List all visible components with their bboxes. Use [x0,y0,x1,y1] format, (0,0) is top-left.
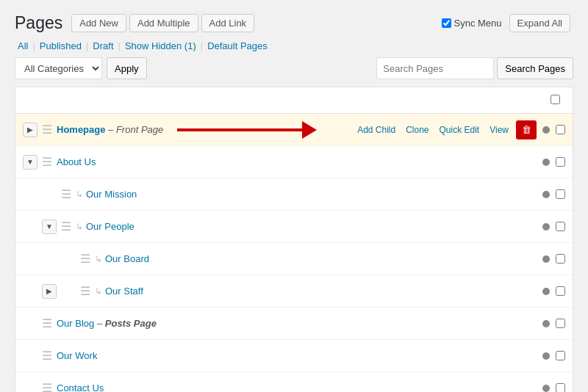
sync-menu-label[interactable]: Sync Menu [442,18,502,29]
table-row: ☰ Our Work [15,340,573,372]
row-checkbox[interactable] [556,125,565,134]
quick-edit-button[interactable]: Quick Edit [437,123,483,137]
filter-row: All Categories Apply Search Pages [15,57,573,79]
status-dot [542,385,550,392]
page-link[interactable]: Our Work [57,350,97,361]
search-button[interactable]: Search Pages [497,57,573,79]
table-header [15,87,573,114]
page-link[interactable]: Homepage [57,124,105,135]
status-dot [542,352,550,360]
expand-button[interactable]: ▶ [23,123,37,137]
apply-button[interactable]: Apply [107,57,147,79]
drag-handle[interactable]: ☰ [61,219,71,233]
expand-button[interactable]: ▼ [42,219,57,234]
table-row: ☰ ↳ Our Mission [15,178,573,211]
filter-published[interactable]: Published [40,40,82,51]
select-all-checkbox[interactable] [551,95,560,104]
view-button[interactable]: View [487,123,512,137]
row-checkbox[interactable] [556,383,565,392]
child-arrow-icon: ↳ [95,254,102,264]
add-new-button[interactable]: Add New [71,14,126,32]
page-note: – Posts Page [94,318,157,329]
sync-menu-text: Sync Menu [454,18,502,29]
table-row: ☰ Contact Us [15,372,573,392]
row-checkbox[interactable] [556,189,565,199]
drag-handle[interactable]: ☰ [80,252,90,266]
delete-button[interactable]: 🗑 [516,120,537,139]
status-dot [542,159,550,166]
filter-draft[interactable]: Draft [93,40,113,51]
status-dot [542,320,550,327]
clone-button[interactable]: Clone [403,123,431,137]
filter-default-pages[interactable]: Default Pages [207,40,268,51]
page-note: – Front Page [105,124,163,135]
child-arrow-icon: ↳ [76,189,83,200]
expand-button[interactable]: ▼ [23,155,37,170]
page-link[interactable]: Our Blog [57,318,94,329]
drag-handle[interactable]: ☰ [42,316,52,330]
page-link[interactable]: Contact Us [57,382,104,392]
expand-all-button[interactable]: Expand All [509,14,570,32]
page-title: Pages [15,13,62,33]
category-select[interactable]: All Categories [15,57,102,79]
row-checkbox[interactable] [556,157,565,167]
row-checkbox[interactable] [556,351,565,360]
table-row: ▶ ☰ ↳ Our Staff [15,275,573,308]
drag-handle[interactable]: ☰ [80,284,90,298]
drag-handle[interactable]: ☰ [42,349,52,363]
add-child-button[interactable]: Add Child [354,123,398,137]
row-checkbox[interactable] [556,254,565,264]
trash-icon: 🗑 [522,124,531,135]
status-dot [542,288,550,295]
row-checkbox[interactable] [556,319,565,328]
row-checkbox[interactable] [556,222,565,231]
page-header: Pages Add New Add Multiple Add Link Sync… [15,7,573,33]
drag-handle[interactable]: ☰ [42,155,52,169]
arrow-annotation [177,121,317,139]
page-link[interactable]: About Us [57,156,96,167]
row-checkbox[interactable] [556,286,565,296]
table-row: ▼ ☰ About Us [15,146,573,178]
status-dot [542,223,550,231]
expand-button[interactable]: ▶ [42,284,57,299]
pages-table: ▶ ☰ Homepage – Front Page Add Child Clon… [15,87,573,392]
top-right-controls: Sync Menu Expand All [442,14,573,32]
search-area: Search Pages [376,57,573,79]
add-multiple-button[interactable]: Add Multiple [129,14,198,32]
drag-handle[interactable]: ☰ [42,123,52,137]
status-dot [542,126,550,134]
page-link[interactable]: Our Staff [105,286,143,297]
sync-menu-checkbox[interactable] [442,18,451,28]
child-arrow-icon: ↳ [76,222,83,232]
page-link[interactable]: Our People [86,221,135,232]
header-checkbox-col [551,95,565,106]
row-actions: Add Child Clone Quick Edit View 🗑 [354,120,537,139]
page-wrapper: Pages Add New Add Multiple Add Link Sync… [0,0,588,392]
table-row: ☰ ↳ Our Board [15,243,573,275]
page-link[interactable]: Our Mission [86,189,137,200]
filter-bar: All | Published | Draft | Show Hidden (1… [15,40,573,51]
filter-all[interactable]: All [18,40,28,51]
table-row: ☰ Our Blog – Posts Page [15,308,573,340]
drag-handle[interactable]: ☰ [61,187,71,201]
page-link[interactable]: Our Board [105,253,149,264]
filter-show-hidden[interactable]: Show Hidden (1) [125,40,196,51]
child-arrow-icon: ↳ [95,286,102,297]
add-link-button[interactable]: Add Link [201,14,255,32]
status-dot [542,255,550,263]
table-row: ▼ ☰ ↳ Our People [15,211,573,243]
drag-handle[interactable]: ☰ [42,381,52,392]
status-dot [542,191,550,198]
table-row: ▶ ☰ Homepage – Front Page Add Child Clon… [15,114,573,146]
search-input[interactable] [376,57,494,79]
